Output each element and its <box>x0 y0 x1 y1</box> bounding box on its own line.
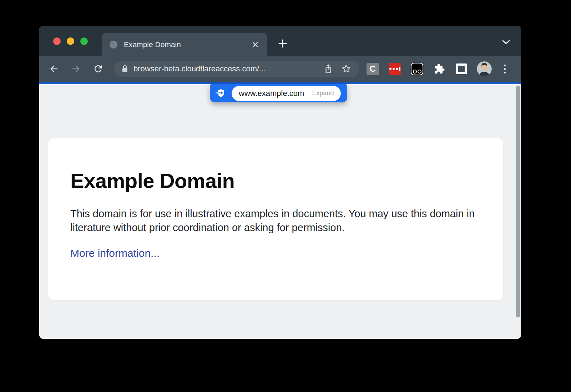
extension-lastpass-button[interactable] <box>389 63 401 75</box>
extensions-menu-button[interactable] <box>433 63 445 75</box>
forward-button[interactable] <box>69 61 84 76</box>
isolated-url-text: www.example.com <box>239 89 304 98</box>
back-button[interactable] <box>46 61 61 76</box>
maximize-window-button[interactable] <box>80 37 88 45</box>
url-text: browser-beta.cloudflareaccess.com/... <box>133 64 322 73</box>
reload-icon <box>93 63 103 74</box>
bookmark-button[interactable] <box>340 63 352 75</box>
scrollbar-thumb[interactable] <box>516 86 520 317</box>
profile-avatar[interactable] <box>477 61 492 76</box>
shield-arrow-icon <box>216 88 226 99</box>
browser-menu-button[interactable] <box>498 61 511 76</box>
extension-c-button[interactable]: C <box>367 63 379 75</box>
kebab-menu-icon <box>504 65 506 66</box>
page-title: Example Domain <box>70 169 481 193</box>
new-tab-button[interactable] <box>276 36 290 51</box>
isolation-url-popup: www.example.com Expand <box>210 84 347 102</box>
tab-search-chevron-button[interactable] <box>500 37 512 47</box>
expand-button[interactable]: Expand <box>312 90 334 97</box>
tab-example-domain[interactable]: Example Domain <box>102 33 267 56</box>
back-arrow-icon <box>49 63 59 74</box>
address-bar[interactable]: browser-beta.cloudflareaccess.com/... <box>114 61 359 77</box>
minimize-window-button[interactable] <box>67 37 74 45</box>
puzzle-icon <box>433 63 445 75</box>
browser-window: Example Domain <box>39 26 521 339</box>
globe-favicon-icon <box>109 40 118 49</box>
more-information-link[interactable]: More information... <box>70 247 160 259</box>
extension-c-icon: C <box>367 63 379 75</box>
two-lens-icon <box>411 63 423 75</box>
page-viewport: www.example.com Expand Example Domain Th… <box>39 84 521 339</box>
plus-icon <box>278 39 287 48</box>
close-window-button[interactable] <box>53 37 61 45</box>
example-domain-card: Example Domain This domain is for use in… <box>48 138 503 300</box>
tab-strip: Example Domain <box>39 26 521 56</box>
side-panel-button[interactable] <box>455 63 468 75</box>
lastpass-dots-icon <box>389 63 401 75</box>
screenshot-stage: Example Domain <box>0 0 571 392</box>
page-paragraph: This domain is for use in illustrative e… <box>70 207 481 234</box>
avatar-photo <box>477 61 492 76</box>
extensions-row: C <box>367 63 468 75</box>
tab-close-icon[interactable] <box>251 40 260 49</box>
extension-camera-button[interactable] <box>411 63 423 75</box>
browser-toolbar: browser-beta.cloudflareaccess.com/... <box>39 56 521 82</box>
forward-arrow-icon <box>71 63 81 74</box>
share-icon <box>324 63 333 74</box>
side-panel-icon <box>456 63 467 74</box>
lock-icon <box>121 65 128 73</box>
window-controls <box>53 37 88 45</box>
tab-title: Example Domain <box>124 40 251 49</box>
star-icon <box>341 64 351 74</box>
reload-button[interactable] <box>91 61 106 76</box>
share-button[interactable] <box>322 63 334 75</box>
chevron-down-icon <box>501 39 511 45</box>
isolated-url-pill[interactable]: www.example.com Expand <box>232 86 341 101</box>
